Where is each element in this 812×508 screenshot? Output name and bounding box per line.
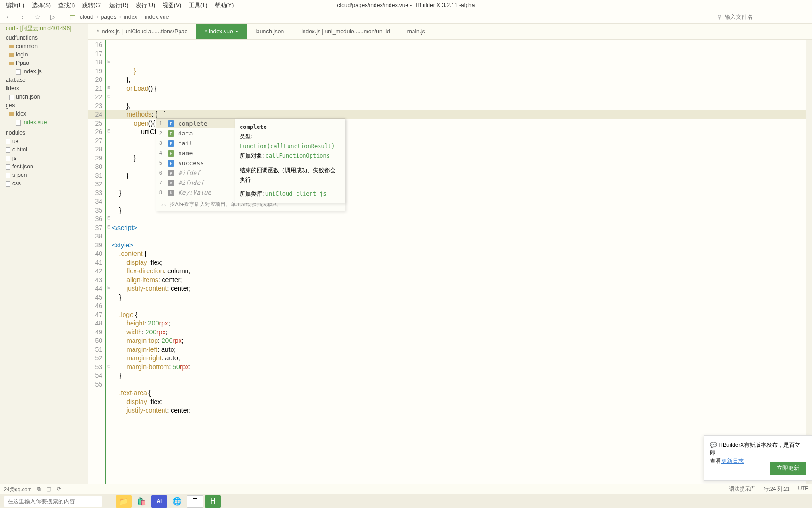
autocomplete-detail: complete 类型: Function(callFunctionResult… (235, 118, 345, 203)
taskbar-search[interactable] (4, 496, 102, 507)
explorer-icon[interactable]: ▥ (68, 12, 77, 22)
taskbar: 📁 🛍️ Ai 🌐 T H (0, 494, 812, 508)
minimize-button[interactable]: — (795, 0, 812, 10)
menu-publish[interactable]: 发行(U) (132, 0, 159, 10)
forward-icon[interactable]: › (18, 12, 27, 22)
menu-run[interactable]: 运行(R) (106, 0, 133, 10)
sidebar-item[interactable]: atabase (0, 76, 88, 84)
update-notification: 💬 HBuilderX有新版本发布，是否立即 查看更新日志 立即更新 (704, 435, 812, 481)
sidebar-item[interactable]: oudfunctions (0, 33, 88, 42)
tab[interactable]: * index.vue● (196, 24, 247, 39)
breadcrumb: ▥ cloud› pages› index› index.vue (68, 12, 169, 22)
sidebar-item[interactable]: index.js (0, 67, 88, 76)
notif-text: HBuilderX有新版本发布，是否立即 (710, 442, 800, 456)
update-now-button[interactable]: 立即更新 (770, 462, 806, 475)
sidebar-item[interactable]: ue (0, 137, 88, 145)
run-icon[interactable]: ▷ (48, 12, 57, 22)
menu-tools[interactable]: 工具(T) (185, 0, 211, 10)
app-store[interactable]: 🛍️ (133, 495, 149, 508)
back-icon[interactable]: ‹ (3, 12, 12, 22)
menu-select[interactable]: 选择(S) (28, 0, 55, 10)
sidebar-item[interactable]: js (0, 154, 88, 162)
sidebar: oud - [阿里云:unid401496]oudfunctionscommon… (0, 24, 88, 488)
menubar: 编辑(E) 选择(S) 查找(I) 跳转(G) 运行(R) 发行(U) 视图(V… (0, 0, 812, 10)
sidebar-item[interactable]: common (0, 42, 88, 50)
text-cursor (286, 110, 286, 118)
sidebar-item[interactable]: fest.json (0, 162, 88, 171)
crumb-2[interactable]: index (124, 14, 137, 20)
tab[interactable]: index.js | uni_module......mon/uni-id (293, 24, 399, 39)
app-text[interactable]: T (187, 495, 203, 508)
search-icon: ⚲ (718, 14, 722, 20)
sidebar-item[interactable]: index.vue (0, 118, 88, 127)
sync-icon[interactable]: ⟳ (57, 486, 61, 492)
sidebar-item[interactable]: Ppao (0, 59, 88, 67)
sidebar-item[interactable]: s.json (0, 171, 88, 179)
menu-find[interactable]: 查找(I) (55, 0, 78, 10)
menu-view[interactable]: 视图(V) (159, 0, 185, 10)
search-input[interactable] (725, 14, 781, 20)
cursor-position: 行:24 列:21 (764, 485, 790, 492)
app-explorer[interactable]: 📁 (116, 495, 132, 508)
tab[interactable]: launch.json (247, 24, 293, 39)
app-photoshop[interactable]: Ai (151, 495, 167, 508)
crumb-1[interactable]: pages (101, 14, 117, 20)
sidebar-item[interactable]: ilderx (0, 84, 88, 93)
tab[interactable]: * index.js | uniCloud-a......tions/Ppao (88, 24, 196, 39)
sidebar-item[interactable]: nodules (0, 128, 88, 137)
app-browser[interactable]: 🌐 (169, 495, 185, 508)
panel-icon[interactable]: ▢ (47, 486, 51, 492)
star-icon[interactable]: ☆ (33, 12, 42, 22)
sidebar-item[interactable]: c.html (0, 145, 88, 154)
file-search[interactable]: ⚲ (708, 14, 781, 20)
tab[interactable]: main.js (399, 24, 434, 39)
menu-help[interactable]: 帮助(Y) (211, 0, 237, 10)
editor-tabs: * index.js | uniCloud-a......tions/Ppao*… (88, 24, 812, 40)
code-area[interactable]: } }, onLoad() { }, methods: { [ open(){ … (112, 40, 812, 488)
sidebar-item[interactable]: idex (0, 110, 88, 118)
message-icon: 💬 (710, 442, 717, 448)
window-title: cloud/pages/index/index.vue - HBuilder X… (337, 2, 475, 8)
encoding[interactable]: UTF (798, 485, 808, 492)
crumb-0[interactable]: cloud (80, 14, 94, 20)
sidebar-item[interactable]: oud - [阿里云:unid401496] (0, 24, 88, 33)
crumb-3[interactable]: index.vue (145, 14, 169, 20)
toolbar: ‹ › ☆ ▷ ▥ cloud› pages› index› index.vue… (0, 10, 812, 24)
user-email[interactable]: 24@qq.com (4, 486, 31, 492)
menu-goto[interactable]: 跳转(G) (78, 0, 105, 10)
terminal-icon[interactable]: ⧉ (37, 486, 41, 492)
syntax-lib[interactable]: 语法提示库 (729, 485, 755, 492)
changelog-link[interactable]: 更新日志 (721, 458, 744, 464)
menu-edit[interactable]: 编辑(E) (2, 0, 28, 10)
line-gutter: 1617181920212223242526272829303132333435… (88, 40, 106, 488)
statusbar: 24@qq.com ⧉ ▢ ⟳ 语法提示库 行:24 列:21 UTF (0, 484, 812, 494)
ac-detail-title: complete (240, 122, 340, 132)
fold-gutter: ⊟⊟⊟⊟⊟⊟⊟⊟ (106, 40, 112, 488)
sidebar-item[interactable]: ges (0, 101, 88, 110)
sidebar-item[interactable]: css (0, 179, 88, 188)
app-hbuilder[interactable]: H (205, 495, 221, 508)
editor[interactable]: 1617181920212223242526272829303132333435… (88, 40, 812, 488)
sidebar-item[interactable]: unch.json (0, 93, 88, 101)
sidebar-item[interactable]: login (0, 50, 88, 59)
